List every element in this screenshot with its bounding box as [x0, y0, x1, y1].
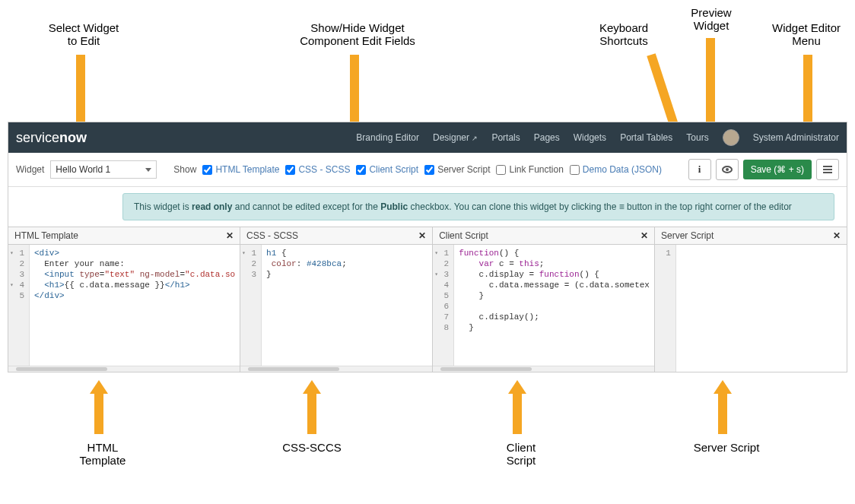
scrollbar[interactable] — [8, 366, 240, 372]
hamburger-icon — [823, 166, 832, 173]
widget-label: Widget — [16, 164, 44, 175]
close-icon[interactable]: ✕ — [833, 230, 841, 241]
avatar[interactable] — [723, 129, 739, 146]
menu-button[interactable] — [816, 159, 839, 180]
annotation-server-script: Server Script — [685, 441, 768, 454]
pane-css: CSS - SCSS ✕ 123 h1 { color: #428bca; } — [240, 227, 433, 372]
annotation-css-sccs: CSS-SCCS — [274, 441, 350, 454]
pane-header-html: HTML Template ✕ — [8, 227, 240, 245]
nav-portal-tables[interactable]: Portal Tables — [620, 132, 672, 143]
checkbox[interactable] — [202, 165, 212, 175]
close-icon[interactable]: ✕ — [226, 230, 234, 241]
nav-tours[interactable]: Tours — [686, 132, 708, 143]
widget-editor-app: servicenow Branding Editor Designer ↗ Po… — [8, 122, 847, 372]
chevron-down-icon — [145, 168, 151, 172]
arrow — [513, 392, 522, 434]
external-icon: ↗ — [472, 135, 478, 142]
eye-icon — [722, 166, 733, 173]
scrollbar[interactable] — [240, 366, 432, 372]
close-icon[interactable]: ✕ — [418, 230, 426, 241]
nav-user[interactable]: System Administrator — [753, 132, 839, 143]
code-css[interactable]: 123 h1 { color: #428bca; } — [240, 245, 432, 366]
widget-selected: Hello World 1 — [56, 164, 110, 175]
checkbox[interactable] — [570, 165, 580, 175]
nav-pages[interactable]: Pages — [534, 132, 560, 143]
check-html-template[interactable]: HTML Template — [202, 164, 279, 175]
check-server-script[interactable]: Server Script — [424, 164, 490, 175]
checkbox[interactable] — [356, 165, 366, 175]
code-client[interactable]: 12345678 function() { var c = this; c.di… — [433, 245, 654, 366]
pane-header-css: CSS - SCSS ✕ — [240, 227, 432, 245]
logo-service: service — [16, 130, 59, 145]
checkbox[interactable] — [285, 165, 295, 175]
scrollbar[interactable] — [433, 366, 654, 372]
check-client-script[interactable]: Client Script — [356, 164, 418, 175]
code-server[interactable]: 1 — [655, 245, 847, 372]
nav-portals[interactable]: Portals — [491, 132, 520, 143]
arrow — [718, 392, 727, 434]
logo: servicenow — [16, 130, 87, 146]
check-demo-data[interactable]: Demo Data (JSON) — [570, 164, 662, 175]
info-button[interactable]: i — [688, 159, 711, 180]
code-html[interactable]: 12345 <div> Enter your name: <input type… — [8, 245, 240, 366]
check-css-scss[interactable]: CSS - SCSS — [285, 164, 350, 175]
arrow — [307, 392, 316, 434]
annotation-menu: Widget Editor Menu — [761, 21, 852, 47]
nav-widgets[interactable]: Widgets — [574, 132, 606, 143]
widget-select[interactable]: Hello World 1 — [50, 160, 157, 179]
close-icon[interactable]: ✕ — [640, 230, 648, 241]
topbar: servicenow Branding Editor Designer ↗ Po… — [8, 122, 847, 153]
checkbox[interactable] — [496, 165, 506, 175]
annotation-client-script: Client Script — [487, 441, 555, 467]
pane-header-server: Server Script ✕ — [655, 227, 847, 245]
pane-header-client: Client Script ✕ — [433, 227, 654, 245]
nav-designer[interactable]: Designer ↗ — [433, 132, 478, 143]
annotation-html-template: HTML Template — [68, 441, 137, 467]
pane-server: Server Script ✕ 1 — [655, 227, 847, 372]
editor-panes: HTML Template ✕ 12345 <div> Enter your n… — [8, 227, 847, 372]
pane-html: HTML Template ✕ 12345 <div> Enter your n… — [8, 227, 240, 372]
annotation-show-hide: Show/Hide Widget Component Edit Fields — [281, 21, 434, 47]
logo-now: now — [59, 130, 87, 145]
nav: Branding Editor Designer ↗ Portals Pages… — [356, 129, 839, 146]
annotation-keyboard: Keyboard Shortcuts — [586, 21, 662, 47]
arrow — [94, 392, 103, 434]
annotation-select-widget: Select Widget to Edit — [30, 21, 137, 47]
readonly-banner: This widget is read only and cannot be e… — [122, 193, 834, 220]
nav-branding[interactable]: Branding Editor — [356, 132, 419, 143]
check-link-function[interactable]: Link Function — [496, 164, 563, 175]
save-button[interactable]: Save (⌘ + s) — [743, 160, 812, 179]
show-label: Show — [173, 164, 196, 175]
toolbar: Widget Hello World 1 Show HTML Template … — [8, 153, 847, 187]
preview-button[interactable] — [716, 159, 739, 180]
checkbox[interactable] — [424, 165, 434, 175]
annotation-preview: Preview Widget — [677, 6, 745, 32]
pane-client: Client Script ✕ 12345678 function() { va… — [433, 227, 655, 372]
